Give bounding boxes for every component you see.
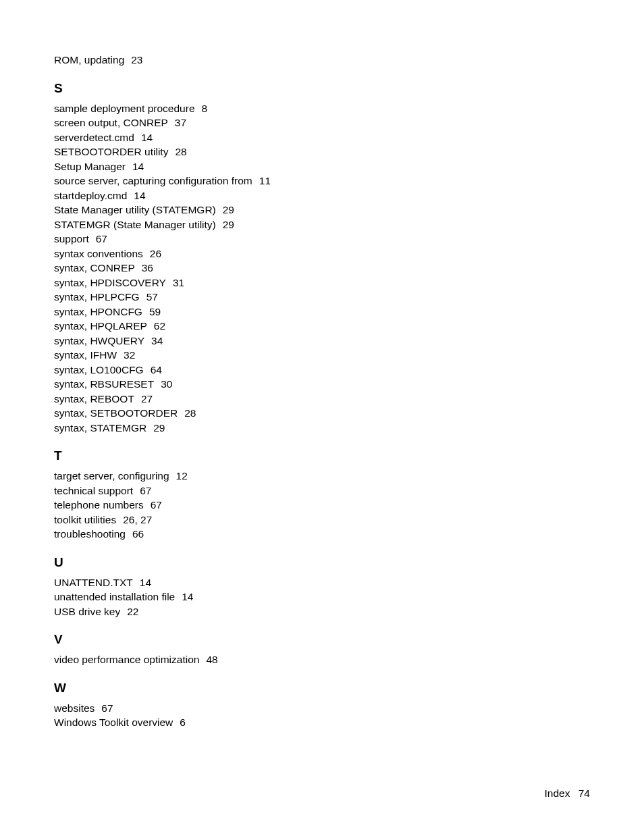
index-page-ref[interactable]: 30 [161,378,172,390]
index-page-ref[interactable]: 62 [154,320,165,332]
index-page-ref[interactable]: 31 [173,277,184,288]
index-page-ref[interactable]: 12 [176,470,188,481]
index-page-ref[interactable]: 14 [141,132,153,143]
index-term: State Manager utility (STATEMGR) [54,204,223,215]
index-entry: telephone numbers67 [54,498,590,513]
index-content: ROM, updating23Ssample deployment proced… [54,53,590,730]
index-term: syntax, HPONCFG [54,306,149,317]
index-term: syntax, CONREP [54,262,142,273]
index-page-ref[interactable]: 11 [259,175,271,186]
index-page-ref[interactable]: 37 [175,117,186,128]
index-page-ref[interactable]: 26 [150,248,161,259]
index-page-ref[interactable]: 66 [132,528,144,540]
index-section-letter: W [54,681,590,696]
index-term: technical support [54,485,140,496]
index-entry: ROM, updating23 [54,53,590,68]
index-page-ref[interactable]: 14 [132,161,144,172]
index-page-ref[interactable]: 36 [142,262,153,273]
index-entry: syntax, LO100CFG64 [54,363,590,377]
index-page-ref[interactable]: 67 [140,485,151,496]
index-page-ref[interactable]: 29 [223,219,234,230]
index-term: syntax conventions [54,248,150,259]
index-term: source server, capturing configuration f… [54,175,259,186]
index-term: SETBOOTORDER utility [54,146,175,157]
index-term: sample deployment procedure [54,103,202,114]
index-term: screen output, CONREP [54,117,175,128]
index-entry: syntax, HPDISCOVERY31 [54,276,590,290]
index-page-ref[interactable]: 6 [180,716,186,728]
index-entry: State Manager utility (STATEMGR)29 [54,203,590,217]
index-entry: source server, capturing configuration f… [54,174,590,188]
index-entry: serverdetect.cmd14 [54,130,590,145]
index-entry: video performance optimization48 [54,652,590,667]
index-term: unattended installation file [54,591,182,602]
index-page-ref[interactable]: 8 [202,103,208,114]
index-term: ROM, updating [54,54,131,66]
index-entry: STATEMGR (State Manager utility)29 [54,217,590,232]
index-page-ref[interactable]: 28 [175,146,186,157]
index-section-letter: U [54,555,590,570]
index-term: support [54,233,96,244]
index-page-ref[interactable]: 34 [151,335,163,346]
index-entry: sample deployment procedure8 [54,101,590,116]
index-page-ref[interactable]: 67 [96,233,107,244]
index-term: syntax, SETBOOTORDER [54,407,184,419]
index-entry: syntax, HPQLAREP62 [54,319,590,334]
index-page-ref[interactable]: 64 [151,364,162,375]
index-term: syntax, LO100CFG [54,364,151,375]
index-page-ref[interactable]: 26, 27 [123,514,152,525]
index-page-ref[interactable]: 32 [124,349,135,361]
index-page-ref[interactable]: 67 [101,702,113,714]
index-term: syntax, HPLPCFG [54,291,146,303]
index-entry: troubleshooting66 [54,527,590,542]
index-term: syntax, HWQUERY [54,335,151,346]
footer-page-number: 74 [579,787,590,799]
index-entry: syntax, IFHW32 [54,348,590,363]
index-entry: unattended installation file14 [54,590,590,604]
page-footer: Index 74 [545,787,590,800]
index-page-ref[interactable]: 23 [131,54,142,66]
index-entry: support67 [54,232,590,246]
index-page-ref[interactable]: 28 [184,407,196,419]
index-term: Setup Manager [54,161,132,172]
index-page-ref[interactable]: 29 [153,422,165,434]
index-section-letter: T [54,448,590,463]
index-entry: syntax, HPLPCFG57 [54,290,590,305]
index-term: Windows Toolkit overview [54,716,180,728]
index-term: syntax, STATEMGR [54,422,153,434]
index-entry: websites67 [54,701,590,716]
index-term: target server, configuring [54,470,176,481]
footer-label: Index [545,787,576,799]
index-entry: syntax, RBSURESET30 [54,377,590,392]
index-page-ref[interactable]: 48 [206,654,217,665]
index-entry: toolkit utilities26, 27 [54,513,590,527]
index-term: syntax, HPQLAREP [54,320,154,332]
index-term: troubleshooting [54,528,132,540]
index-entry: syntax conventions26 [54,246,590,261]
index-page-ref[interactable]: 57 [146,291,158,303]
index-entry: Windows Toolkit overview6 [54,715,590,730]
index-page-ref[interactable]: 67 [151,499,162,511]
index-entry: SETBOOTORDER utility28 [54,145,590,159]
index-entry: UNATTEND.TXT14 [54,575,590,590]
index-page-ref[interactable]: 27 [141,393,153,405]
index-term: websites [54,702,101,714]
index-page-ref[interactable]: 14 [134,190,145,201]
page: ROM, updating23Ssample deployment proced… [0,0,644,834]
index-entry: technical support67 [54,484,590,498]
index-term: telephone numbers [54,499,151,511]
index-page-ref[interactable]: 29 [223,204,234,215]
index-entry: syntax, CONREP36 [54,261,590,276]
index-term: serverdetect.cmd [54,132,141,143]
index-term: startdeploy.cmd [54,190,134,201]
index-page-ref[interactable]: 14 [140,577,151,588]
index-page-ref[interactable]: 59 [149,306,161,317]
index-entry: USB drive key22 [54,604,590,619]
index-entry: syntax, SETBOOTORDER28 [54,406,590,421]
index-term: syntax, HPDISCOVERY [54,277,173,288]
index-term: STATEMGR (State Manager utility) [54,219,223,230]
index-page-ref[interactable]: 22 [127,606,138,617]
index-section-letter: V [54,632,590,647]
index-entry: startdeploy.cmd14 [54,188,590,203]
index-page-ref[interactable]: 14 [182,591,193,602]
